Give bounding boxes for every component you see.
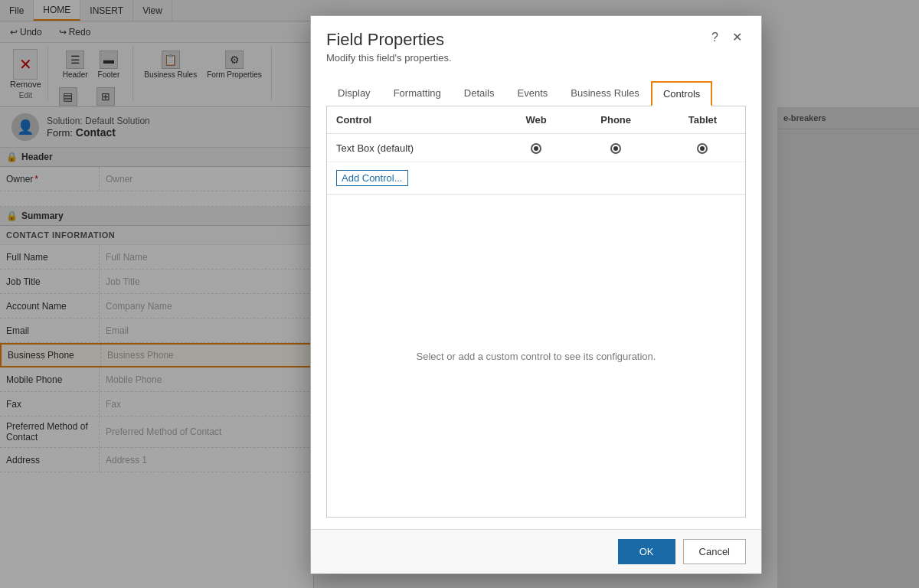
- dialog-body: Display Formatting Details Events Busine…: [311, 70, 761, 529]
- dialog-footer: OK Cancel: [311, 529, 761, 573]
- tab-business-rules[interactable]: Business Rules: [559, 81, 651, 106]
- config-empty-area: Select or add a custom control to see it…: [327, 194, 745, 517]
- add-control-link[interactable]: Add Control...: [336, 170, 408, 186]
- tab-details[interactable]: Details: [453, 81, 506, 106]
- tablet-radio-dot: [697, 143, 708, 154]
- col-web-header: Web: [501, 106, 572, 134]
- ok-button[interactable]: OK: [618, 539, 675, 564]
- col-tablet-header: Tablet: [660, 106, 745, 134]
- tab-controls-content: Control Web Phone Tablet Text Box (defau…: [326, 106, 746, 518]
- tab-formatting[interactable]: Formatting: [382, 81, 453, 106]
- control-phone-cell: [571, 134, 659, 162]
- dialog-header: Field Properties Modify this field's pro…: [311, 16, 761, 70]
- control-web-cell: [501, 134, 572, 162]
- dialog-tabs: Display Formatting Details Events Busine…: [326, 81, 746, 106]
- tab-events[interactable]: Events: [506, 81, 560, 106]
- dialog-close-button[interactable]: ✕: [728, 30, 746, 45]
- control-row-textbox[interactable]: Text Box (default): [327, 134, 745, 162]
- col-control-header: Control: [327, 106, 501, 134]
- phone-radio-dot: [610, 143, 621, 154]
- field-properties-dialog: Field Properties Modify this field's pro…: [310, 15, 762, 574]
- control-tablet-cell: [660, 134, 745, 162]
- config-empty-message: Select or add a custom control to see it…: [417, 351, 656, 362]
- dialog-controls: ? ✕: [708, 30, 746, 45]
- dialog-title-area: Field Properties Modify this field's pro…: [326, 30, 708, 64]
- controls-table: Control Web Phone Tablet Text Box (defau…: [327, 106, 745, 162]
- col-phone-header: Phone: [571, 106, 659, 134]
- dialog-help-button[interactable]: ?: [708, 30, 722, 45]
- tab-controls[interactable]: Controls: [651, 81, 712, 106]
- tab-display[interactable]: Display: [326, 81, 382, 106]
- web-radio-dot: [531, 143, 541, 154]
- control-name-cell: Text Box (default): [327, 134, 501, 162]
- dialog-title: Field Properties: [326, 30, 708, 50]
- add-control-row: Add Control...: [327, 162, 745, 194]
- dialog-subtitle: Modify this field's properties.: [326, 52, 708, 64]
- cancel-button[interactable]: Cancel: [683, 539, 746, 564]
